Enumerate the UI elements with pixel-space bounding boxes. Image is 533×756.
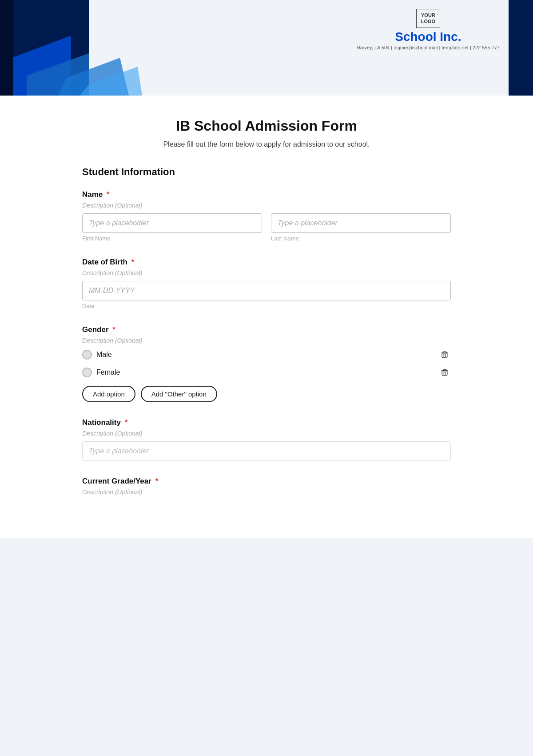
gender-male-option: Male [82,348,451,361]
gender-label: Gender * [82,325,451,334]
gender-male-label: Male [96,351,112,359]
gender-female-delete-button[interactable] [438,366,451,379]
svg-rect-7 [442,353,447,358]
form-title: IB School Admission Form [82,118,451,134]
name-label: Name * [82,190,451,199]
nationality-required-marker: * [125,418,128,427]
name-description: Description (Optional) [82,202,451,209]
form-subtitle: Please fill out the form below to apply … [82,140,451,148]
logo-box: YOUR LOGO [416,9,440,28]
name-inputs-row: First Name Last Name [82,213,451,242]
gender-male-delete-button[interactable] [438,348,451,361]
nationality-input[interactable] [82,441,451,461]
grade-label: Current Grade/Year * [82,477,451,486]
dob-sublabel: Date [82,303,451,309]
header-logo-area: YOUR LOGO School Inc. Harvey, LA 504 | i… [357,9,500,50]
gender-female-radio[interactable] [82,368,92,377]
nationality-field-group: Nationality * Description (Optional) [82,418,451,461]
gender-male-radio[interactable] [82,350,92,360]
name-field-group: Name * Description (Optional) First Name… [82,190,451,242]
gender-female-option: Female [82,366,451,379]
first-name-input[interactable] [82,213,262,233]
nationality-description: Description (Optional) [82,430,451,437]
grade-field-group: Current Grade/Year * Description (Option… [82,477,451,496]
page-header: YOUR LOGO School Inc. Harvey, LA 504 | i… [0,0,533,96]
dob-required-marker: * [131,258,135,266]
gender-female-label: Female [96,368,120,376]
main-content: IB School Admission Form Please fill out… [0,96,533,538]
gender-required-marker: * [112,325,115,334]
gender-female-left: Female [82,368,120,377]
last-name-input[interactable] [271,213,451,233]
svg-rect-11 [442,371,447,376]
svg-rect-5 [0,0,13,96]
dob-field-group: Date of Birth * Description (Optional) D… [82,258,451,309]
section-title: Student Information [82,166,451,178]
logo-line2: LOGO [421,19,435,24]
last-name-sublabel: Last Name [271,235,451,242]
gender-description: Description (Optional) [82,337,451,344]
first-name-wrapper: First Name [82,213,262,242]
logo-line1: YOUR [421,12,435,18]
school-name: School Inc. [357,30,500,44]
gender-male-left: Male [82,350,112,360]
dob-description: Description (Optional) [82,269,451,276]
first-name-sublabel: First Name [82,235,262,242]
school-info: Harvey, LA 504 | inquire@school.mail | t… [357,45,500,50]
header-left-decoration [0,0,142,96]
dob-input[interactable] [82,281,451,300]
grade-description: Description (Optional) [82,488,451,496]
name-required-marker: * [107,190,110,199]
add-other-option-button[interactable]: Add "Other" option [141,386,217,402]
nationality-label: Nationality * [82,418,451,427]
add-option-button[interactable]: Add option [82,386,135,402]
gender-field-group: Gender * Description (Optional) Male [82,325,451,402]
gender-option-buttons: Add option Add "Other" option [82,386,451,402]
grade-required-marker: * [155,477,159,485]
last-name-wrapper: Last Name [271,213,451,242]
header-right-bar [509,0,533,96]
dob-label: Date of Birth * [82,258,451,267]
